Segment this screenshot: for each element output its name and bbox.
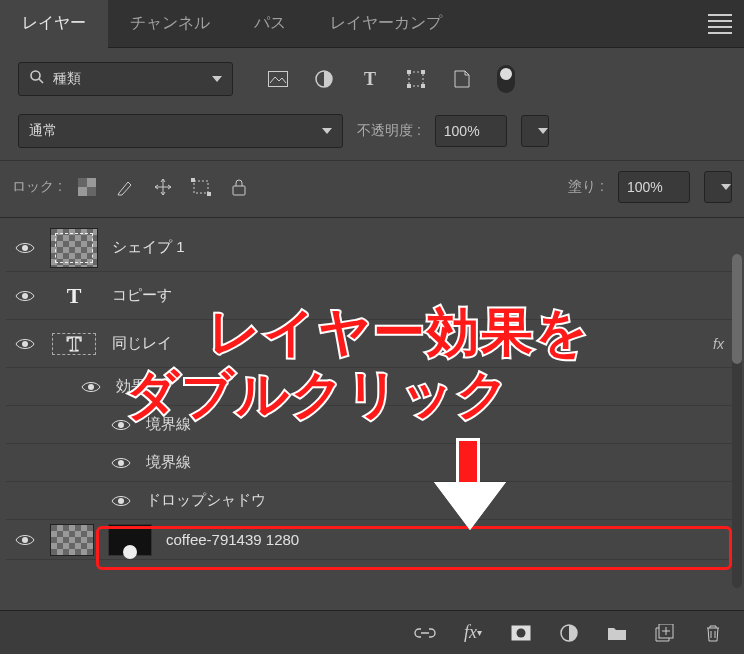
layer-thumbnail[interactable]: T bbox=[50, 331, 98, 357]
filter-smartobject-icon[interactable] bbox=[451, 68, 473, 90]
lock-row: ロック : 塗り : 100% bbox=[0, 161, 744, 218]
svg-line-1 bbox=[39, 79, 43, 83]
svg-point-16 bbox=[22, 245, 28, 251]
delete-layer-icon[interactable] bbox=[702, 622, 724, 644]
layer-row[interactable]: シェイプ 1 bbox=[6, 224, 738, 272]
fill-value: 100% bbox=[627, 179, 663, 195]
visibility-toggle[interactable] bbox=[14, 237, 36, 259]
svg-point-17 bbox=[22, 293, 28, 299]
new-layer-icon[interactable] bbox=[654, 622, 676, 644]
annotation-text-2: ダブルクリック bbox=[126, 360, 511, 430]
blend-mode-dropdown[interactable]: 通常 bbox=[18, 114, 343, 148]
svg-rect-10 bbox=[78, 178, 87, 187]
opacity-dropdown-button[interactable] bbox=[521, 115, 549, 147]
filter-adjustment-icon[interactable] bbox=[313, 68, 335, 90]
annotation-text-1: レイヤー効果を bbox=[208, 298, 590, 368]
svg-point-23 bbox=[22, 537, 28, 543]
opacity-input[interactable]: 100% bbox=[435, 115, 507, 147]
layer-style-icon[interactable]: fx▾ bbox=[462, 622, 484, 644]
visibility-toggle[interactable] bbox=[14, 333, 36, 355]
annotation-arrow-head bbox=[438, 486, 502, 528]
svg-point-22 bbox=[118, 498, 124, 504]
opacity-label: 不透明度 : bbox=[357, 122, 421, 140]
lock-position-icon[interactable] bbox=[152, 176, 174, 198]
svg-rect-6 bbox=[421, 70, 425, 74]
visibility-toggle[interactable] bbox=[14, 529, 36, 551]
lock-transparency-icon[interactable] bbox=[76, 176, 98, 198]
visibility-toggle[interactable] bbox=[80, 376, 102, 398]
visibility-toggle[interactable] bbox=[14, 285, 36, 307]
panel-tabs: レイヤー チャンネル パス レイヤーカンプ bbox=[0, 0, 744, 48]
fill-dropdown-button[interactable] bbox=[704, 171, 732, 203]
blend-mode-value: 通常 bbox=[29, 122, 57, 140]
scrollbar-thumb[interactable] bbox=[732, 254, 742, 364]
svg-rect-12 bbox=[194, 181, 208, 193]
filter-row: 種類 T bbox=[0, 48, 744, 106]
tab-layer-comps[interactable]: レイヤーカンプ bbox=[308, 0, 464, 48]
svg-point-25 bbox=[517, 628, 526, 637]
layer-name[interactable]: coffee-791439 1280 bbox=[166, 531, 730, 548]
svg-rect-2 bbox=[269, 72, 288, 87]
svg-rect-5 bbox=[407, 70, 411, 74]
fx-badge[interactable]: fx bbox=[713, 336, 724, 352]
effect-row[interactable]: 境界線 bbox=[6, 444, 738, 482]
svg-point-18 bbox=[22, 341, 28, 347]
filter-shape-icon[interactable] bbox=[405, 68, 427, 90]
tab-paths[interactable]: パス bbox=[232, 0, 308, 48]
filter-type-dropdown[interactable]: 種類 bbox=[18, 62, 233, 96]
effect-name: 境界線 bbox=[146, 453, 191, 472]
opacity-value: 100% bbox=[444, 123, 480, 139]
layer-mask-icon[interactable] bbox=[510, 622, 532, 644]
visibility-toggle[interactable] bbox=[110, 490, 132, 512]
visibility-toggle[interactable] bbox=[110, 452, 132, 474]
svg-rect-8 bbox=[421, 84, 425, 88]
filter-toggle[interactable] bbox=[497, 65, 515, 93]
svg-point-21 bbox=[118, 460, 124, 466]
layer-thumbnail[interactable] bbox=[50, 524, 94, 556]
layer-mask-thumbnail[interactable] bbox=[108, 524, 152, 556]
svg-rect-11 bbox=[87, 187, 96, 196]
layer-thumbnail[interactable] bbox=[50, 228, 98, 268]
link-layers-icon[interactable] bbox=[414, 622, 436, 644]
layers-bottom-toolbar: fx▾ bbox=[0, 610, 744, 654]
svg-point-19 bbox=[88, 384, 94, 390]
tab-channels[interactable]: チャンネル bbox=[108, 0, 232, 48]
lock-artboard-icon[interactable] bbox=[190, 176, 212, 198]
chevron-down-icon bbox=[212, 76, 222, 82]
chevron-down-icon bbox=[721, 184, 731, 190]
svg-rect-14 bbox=[207, 192, 211, 196]
blend-row: 通常 不透明度 : 100% bbox=[0, 106, 744, 161]
effect-row-dropshadow[interactable]: ドロップシャドウ bbox=[6, 482, 738, 520]
svg-point-20 bbox=[118, 422, 124, 428]
lock-label: ロック : bbox=[12, 178, 62, 196]
filter-type-label: 種類 bbox=[53, 70, 81, 88]
layer-row[interactable]: coffee-791439 1280 bbox=[6, 520, 738, 560]
lock-pixels-icon[interactable] bbox=[114, 176, 136, 198]
tab-layers[interactable]: レイヤー bbox=[0, 0, 108, 48]
layer-thumbnail[interactable]: T bbox=[50, 283, 98, 309]
svg-rect-7 bbox=[407, 84, 411, 88]
filter-type-icon[interactable]: T bbox=[359, 68, 381, 90]
svg-rect-13 bbox=[191, 178, 195, 182]
chevron-down-icon bbox=[322, 128, 332, 134]
adjustment-layer-icon[interactable] bbox=[558, 622, 580, 644]
filter-pixel-icon[interactable] bbox=[267, 68, 289, 90]
panel-menu-icon[interactable] bbox=[708, 12, 732, 36]
search-icon bbox=[29, 69, 45, 89]
chevron-down-icon bbox=[538, 128, 548, 134]
fill-input[interactable]: 100% bbox=[618, 171, 690, 203]
group-icon[interactable] bbox=[606, 622, 628, 644]
layer-name[interactable]: シェイプ 1 bbox=[112, 238, 730, 257]
svg-point-0 bbox=[31, 71, 40, 80]
lock-all-icon[interactable] bbox=[228, 176, 250, 198]
effect-name: ドロップシャドウ bbox=[146, 491, 266, 510]
svg-rect-15 bbox=[233, 186, 245, 195]
fill-label: 塗り : bbox=[568, 178, 604, 196]
svg-rect-4 bbox=[409, 72, 423, 86]
